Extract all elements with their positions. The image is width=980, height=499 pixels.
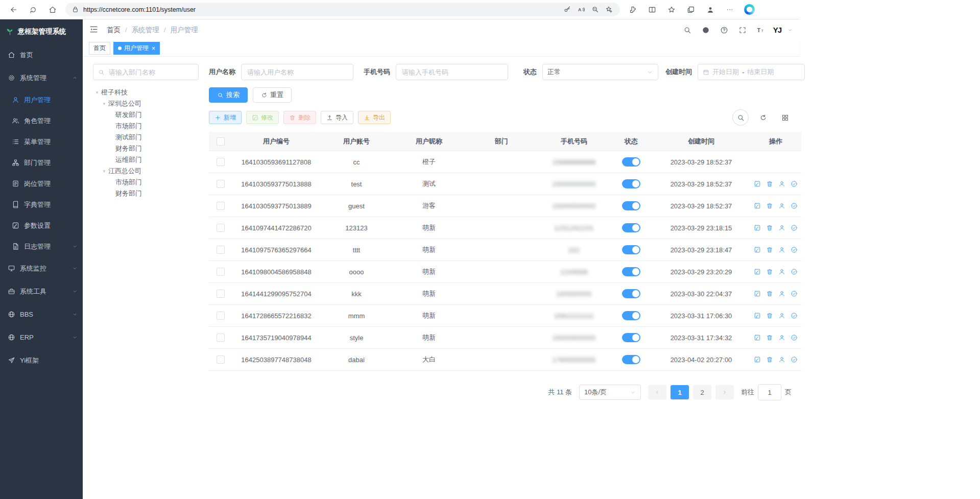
tree-node[interactable]: ▾深圳总公司 — [93, 98, 199, 109]
row-assign-role-icon[interactable] — [791, 290, 798, 298]
row-reset-password-icon[interactable] — [778, 356, 786, 364]
row-edit-icon[interactable] — [754, 312, 761, 320]
url-text[interactable]: https://ccnetcore.com:1101/system/user — [83, 6, 561, 13]
sidebar-item[interactable]: BBS — [0, 303, 83, 326]
row-reset-password-icon[interactable] — [778, 334, 786, 342]
status-toggle[interactable] — [622, 157, 640, 167]
row-reset-password-icon[interactable] — [778, 224, 786, 232]
sidebar-item[interactable]: 字典管理 — [0, 194, 83, 215]
copilot-icon[interactable] — [740, 3, 758, 17]
status-toggle[interactable] — [622, 223, 640, 232]
import-button[interactable]: 导入 — [321, 111, 353, 124]
reset-button[interactable]: 重置 — [253, 87, 292, 103]
row-edit-icon[interactable] — [754, 180, 761, 188]
help-icon[interactable] — [718, 24, 730, 36]
sidebar-item[interactable]: 系统管理 — [0, 66, 83, 89]
toggle-search-icon[interactable] — [732, 109, 749, 126]
breadcrumb-item[interactable]: 首页 — [107, 26, 121, 35]
row-delete-icon[interactable] — [766, 356, 774, 364]
refresh-table-icon[interactable] — [755, 110, 771, 125]
row-assign-role-icon[interactable] — [791, 356, 798, 364]
breadcrumb-item[interactable]: 系统管理 — [132, 26, 159, 35]
avatar-caret-icon[interactable] — [787, 28, 793, 33]
favorites-icon[interactable] — [663, 3, 680, 17]
status-toggle[interactable] — [622, 201, 640, 210]
sidebar-item[interactable]: 日志管理 — [0, 236, 83, 257]
key-icon[interactable] — [561, 4, 575, 16]
tree-caret-icon[interactable]: ▾ — [93, 90, 101, 95]
row-reset-password-icon[interactable] — [778, 268, 786, 276]
edit-button[interactable]: 修改 — [246, 111, 279, 124]
row-checkbox[interactable] — [217, 268, 225, 276]
row-assign-role-icon[interactable] — [791, 246, 798, 254]
row-checkbox[interactable] — [217, 158, 225, 166]
read-aloud-icon[interactable]: A — [575, 4, 588, 16]
row-reset-password-icon[interactable] — [778, 180, 786, 188]
row-assign-role-icon[interactable] — [791, 334, 798, 342]
sidebar-item[interactable]: 角色管理 — [0, 110, 83, 131]
status-toggle[interactable] — [622, 267, 640, 276]
row-checkbox[interactable] — [217, 224, 225, 232]
split-screen-icon[interactable] — [643, 3, 661, 17]
phone-input[interactable] — [401, 68, 503, 77]
header-search-icon[interactable] — [681, 24, 694, 36]
tree-node[interactable]: 财务部门 — [93, 143, 199, 154]
row-edit-icon[interactable] — [754, 356, 761, 364]
row-checkbox[interactable] — [217, 202, 225, 210]
row-delete-icon[interactable] — [766, 246, 774, 254]
sidebar-fold-icon[interactable] — [89, 25, 100, 36]
status-select[interactable]: 正常 — [542, 64, 658, 80]
status-toggle[interactable] — [622, 333, 640, 342]
row-checkbox[interactable] — [217, 334, 225, 342]
row-reset-password-icon[interactable] — [778, 202, 786, 210]
row-checkbox[interactable] — [217, 180, 225, 188]
row-edit-icon[interactable] — [754, 334, 761, 342]
sidebar-item[interactable]: 部门管理 — [0, 152, 83, 173]
status-toggle[interactable] — [622, 289, 640, 298]
status-toggle[interactable] — [622, 311, 640, 320]
row-edit-icon[interactable] — [754, 246, 761, 254]
row-delete-icon[interactable] — [766, 290, 774, 298]
row-assign-role-icon[interactable] — [791, 180, 798, 188]
column-settings-icon[interactable] — [777, 110, 793, 125]
row-delete-icon[interactable] — [766, 334, 774, 342]
row-checkbox[interactable] — [217, 355, 225, 364]
sidebar-item[interactable]: ERP — [0, 326, 83, 349]
sidebar-item[interactable]: 菜单管理 — [0, 131, 83, 152]
user-avatar[interactable]: YJ — [773, 26, 781, 34]
reload-icon[interactable] — [25, 3, 42, 17]
page-button[interactable]: 2 — [693, 385, 711, 399]
sidebar-item[interactable]: 系统监控 — [0, 257, 83, 280]
row-delete-icon[interactable] — [766, 312, 774, 320]
extensions-icon[interactable] — [624, 3, 641, 17]
more-menu-icon[interactable] — [721, 3, 738, 17]
tree-node[interactable]: 测试部门 — [93, 132, 199, 143]
row-checkbox[interactable] — [217, 290, 225, 298]
add-button[interactable]: 新增 — [209, 111, 242, 124]
row-delete-icon[interactable] — [766, 180, 774, 188]
select-all-checkbox[interactable] — [217, 137, 225, 146]
status-toggle[interactable] — [622, 179, 640, 188]
zoom-out-icon[interactable] — [588, 4, 602, 16]
next-page-button[interactable] — [715, 385, 734, 399]
tab-active[interactable]: 用户管理× — [113, 42, 160, 55]
page-size-select[interactable]: 10条/页 — [579, 385, 641, 400]
tree-node[interactable]: ▾橙子科技 — [93, 87, 199, 98]
row-checkbox[interactable] — [217, 312, 225, 320]
tab-item[interactable]: 首页 — [89, 42, 110, 55]
goto-page-input[interactable] — [758, 384, 781, 400]
export-button[interactable]: 导出 — [358, 111, 391, 124]
row-assign-role-icon[interactable] — [791, 312, 798, 320]
collections-icon[interactable] — [682, 3, 700, 17]
row-reset-password-icon[interactable] — [778, 246, 786, 254]
sidebar-item[interactable]: 首页 — [0, 43, 83, 66]
row-assign-role-icon[interactable] — [791, 202, 798, 210]
row-delete-icon[interactable] — [766, 202, 774, 210]
dept-search-input[interactable] — [108, 68, 194, 77]
tree-node[interactable]: ▾江西总公司 — [93, 165, 199, 177]
tree-node[interactable]: 财务部门 — [93, 188, 199, 199]
row-edit-icon[interactable] — [754, 290, 761, 298]
tree-node[interactable]: 市场部门 — [93, 177, 199, 188]
prev-page-button[interactable] — [648, 385, 666, 399]
row-assign-role-icon[interactable] — [791, 268, 798, 276]
